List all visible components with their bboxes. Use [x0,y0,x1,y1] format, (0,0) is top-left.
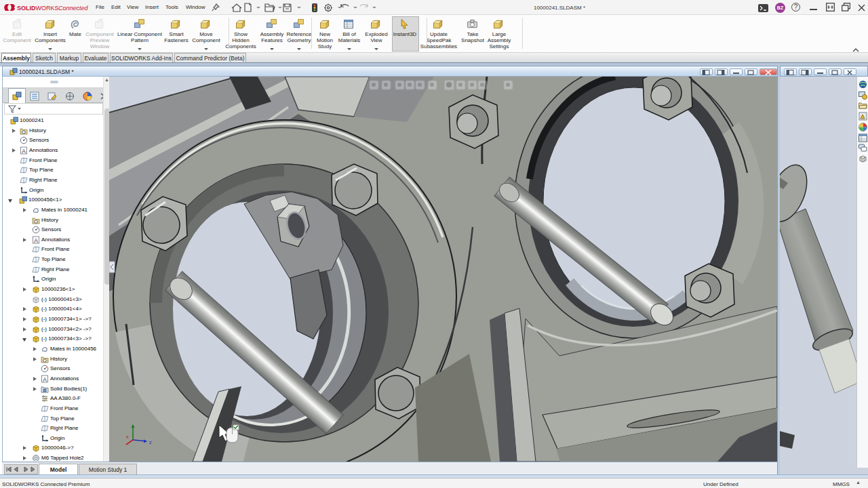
svg-text:z: z [149,440,152,445]
svg-text:x: x [126,434,129,439]
svg-text:A: A [22,147,26,154]
svg-text:SOLIDWORKS: SOLIDWORKS [17,5,59,12]
svg-text:Connected: Connected [58,5,89,12]
svg-text:A: A [34,237,38,243]
svg-text:A: A [43,375,47,382]
